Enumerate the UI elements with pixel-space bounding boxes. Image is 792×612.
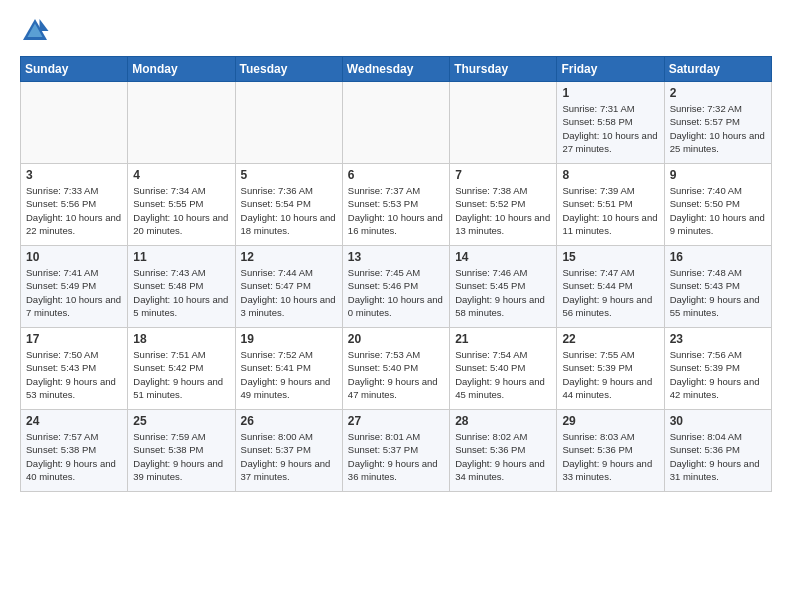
day-info: Sunrise: 7:45 AM Sunset: 5:46 PM Dayligh… — [348, 266, 444, 319]
day-info: Sunrise: 8:01 AM Sunset: 5:37 PM Dayligh… — [348, 430, 444, 483]
day-info: Sunrise: 8:04 AM Sunset: 5:36 PM Dayligh… — [670, 430, 766, 483]
weekday-header-thursday: Thursday — [450, 57, 557, 82]
day-number: 3 — [26, 168, 122, 182]
day-info: Sunrise: 7:40 AM Sunset: 5:50 PM Dayligh… — [670, 184, 766, 237]
day-info: Sunrise: 7:54 AM Sunset: 5:40 PM Dayligh… — [455, 348, 551, 401]
header — [20, 16, 772, 46]
day-info: Sunrise: 7:57 AM Sunset: 5:38 PM Dayligh… — [26, 430, 122, 483]
day-number: 16 — [670, 250, 766, 264]
calendar-cell — [342, 82, 449, 164]
calendar-cell: 18Sunrise: 7:51 AM Sunset: 5:42 PM Dayli… — [128, 328, 235, 410]
day-number: 25 — [133, 414, 229, 428]
day-info: Sunrise: 7:55 AM Sunset: 5:39 PM Dayligh… — [562, 348, 658, 401]
day-info: Sunrise: 7:37 AM Sunset: 5:53 PM Dayligh… — [348, 184, 444, 237]
day-info: Sunrise: 7:38 AM Sunset: 5:52 PM Dayligh… — [455, 184, 551, 237]
day-number: 10 — [26, 250, 122, 264]
day-number: 17 — [26, 332, 122, 346]
day-number: 30 — [670, 414, 766, 428]
day-info: Sunrise: 7:33 AM Sunset: 5:56 PM Dayligh… — [26, 184, 122, 237]
day-number: 18 — [133, 332, 229, 346]
svg-marker-2 — [40, 19, 49, 31]
calendar-cell: 4Sunrise: 7:34 AM Sunset: 5:55 PM Daylig… — [128, 164, 235, 246]
day-number: 5 — [241, 168, 337, 182]
day-info: Sunrise: 7:56 AM Sunset: 5:39 PM Dayligh… — [670, 348, 766, 401]
day-number: 11 — [133, 250, 229, 264]
calendar-cell: 12Sunrise: 7:44 AM Sunset: 5:47 PM Dayli… — [235, 246, 342, 328]
calendar-cell: 22Sunrise: 7:55 AM Sunset: 5:39 PM Dayli… — [557, 328, 664, 410]
calendar-cell: 1Sunrise: 7:31 AM Sunset: 5:58 PM Daylig… — [557, 82, 664, 164]
day-number: 27 — [348, 414, 444, 428]
calendar-table: SundayMondayTuesdayWednesdayThursdayFrid… — [20, 56, 772, 492]
day-info: Sunrise: 7:34 AM Sunset: 5:55 PM Dayligh… — [133, 184, 229, 237]
day-info: Sunrise: 7:46 AM Sunset: 5:45 PM Dayligh… — [455, 266, 551, 319]
calendar-cell: 19Sunrise: 7:52 AM Sunset: 5:41 PM Dayli… — [235, 328, 342, 410]
day-number: 15 — [562, 250, 658, 264]
day-number: 6 — [348, 168, 444, 182]
weekday-header-monday: Monday — [128, 57, 235, 82]
day-number: 29 — [562, 414, 658, 428]
weekday-header-tuesday: Tuesday — [235, 57, 342, 82]
logo — [20, 16, 54, 46]
day-info: Sunrise: 8:00 AM Sunset: 5:37 PM Dayligh… — [241, 430, 337, 483]
calendar-cell: 16Sunrise: 7:48 AM Sunset: 5:43 PM Dayli… — [664, 246, 771, 328]
day-info: Sunrise: 7:32 AM Sunset: 5:57 PM Dayligh… — [670, 102, 766, 155]
calendar-cell: 23Sunrise: 7:56 AM Sunset: 5:39 PM Dayli… — [664, 328, 771, 410]
calendar-cell: 27Sunrise: 8:01 AM Sunset: 5:37 PM Dayli… — [342, 410, 449, 492]
day-number: 2 — [670, 86, 766, 100]
weekday-header-sunday: Sunday — [21, 57, 128, 82]
week-row-0: 1Sunrise: 7:31 AM Sunset: 5:58 PM Daylig… — [21, 82, 772, 164]
day-info: Sunrise: 7:47 AM Sunset: 5:44 PM Dayligh… — [562, 266, 658, 319]
calendar-cell — [128, 82, 235, 164]
day-number: 23 — [670, 332, 766, 346]
calendar-cell: 13Sunrise: 7:45 AM Sunset: 5:46 PM Dayli… — [342, 246, 449, 328]
weekday-header-saturday: Saturday — [664, 57, 771, 82]
day-info: Sunrise: 7:59 AM Sunset: 5:38 PM Dayligh… — [133, 430, 229, 483]
calendar-cell: 25Sunrise: 7:59 AM Sunset: 5:38 PM Dayli… — [128, 410, 235, 492]
calendar-cell — [21, 82, 128, 164]
page: SundayMondayTuesdayWednesdayThursdayFrid… — [0, 0, 792, 502]
calendar-cell: 3Sunrise: 7:33 AM Sunset: 5:56 PM Daylig… — [21, 164, 128, 246]
day-number: 14 — [455, 250, 551, 264]
calendar-cell: 8Sunrise: 7:39 AM Sunset: 5:51 PM Daylig… — [557, 164, 664, 246]
calendar-cell: 5Sunrise: 7:36 AM Sunset: 5:54 PM Daylig… — [235, 164, 342, 246]
day-info: Sunrise: 7:50 AM Sunset: 5:43 PM Dayligh… — [26, 348, 122, 401]
calendar-cell: 10Sunrise: 7:41 AM Sunset: 5:49 PM Dayli… — [21, 246, 128, 328]
day-number: 24 — [26, 414, 122, 428]
day-info: Sunrise: 7:43 AM Sunset: 5:48 PM Dayligh… — [133, 266, 229, 319]
calendar-cell: 26Sunrise: 8:00 AM Sunset: 5:37 PM Dayli… — [235, 410, 342, 492]
day-info: Sunrise: 7:31 AM Sunset: 5:58 PM Dayligh… — [562, 102, 658, 155]
day-number: 26 — [241, 414, 337, 428]
weekday-header-friday: Friday — [557, 57, 664, 82]
day-number: 13 — [348, 250, 444, 264]
day-info: Sunrise: 7:39 AM Sunset: 5:51 PM Dayligh… — [562, 184, 658, 237]
day-number: 8 — [562, 168, 658, 182]
day-info: Sunrise: 7:48 AM Sunset: 5:43 PM Dayligh… — [670, 266, 766, 319]
calendar-cell: 11Sunrise: 7:43 AM Sunset: 5:48 PM Dayli… — [128, 246, 235, 328]
calendar-cell: 28Sunrise: 8:02 AM Sunset: 5:36 PM Dayli… — [450, 410, 557, 492]
day-number: 22 — [562, 332, 658, 346]
calendar-cell: 17Sunrise: 7:50 AM Sunset: 5:43 PM Dayli… — [21, 328, 128, 410]
day-number: 7 — [455, 168, 551, 182]
weekday-header-row: SundayMondayTuesdayWednesdayThursdayFrid… — [21, 57, 772, 82]
day-number: 21 — [455, 332, 551, 346]
calendar-cell — [450, 82, 557, 164]
calendar-cell: 29Sunrise: 8:03 AM Sunset: 5:36 PM Dayli… — [557, 410, 664, 492]
calendar-cell: 2Sunrise: 7:32 AM Sunset: 5:57 PM Daylig… — [664, 82, 771, 164]
day-number: 19 — [241, 332, 337, 346]
day-number: 20 — [348, 332, 444, 346]
day-info: Sunrise: 8:02 AM Sunset: 5:36 PM Dayligh… — [455, 430, 551, 483]
week-row-2: 10Sunrise: 7:41 AM Sunset: 5:49 PM Dayli… — [21, 246, 772, 328]
calendar-cell — [235, 82, 342, 164]
calendar-cell: 21Sunrise: 7:54 AM Sunset: 5:40 PM Dayli… — [450, 328, 557, 410]
logo-icon — [20, 16, 50, 46]
day-info: Sunrise: 7:53 AM Sunset: 5:40 PM Dayligh… — [348, 348, 444, 401]
calendar-cell: 6Sunrise: 7:37 AM Sunset: 5:53 PM Daylig… — [342, 164, 449, 246]
week-row-4: 24Sunrise: 7:57 AM Sunset: 5:38 PM Dayli… — [21, 410, 772, 492]
week-row-1: 3Sunrise: 7:33 AM Sunset: 5:56 PM Daylig… — [21, 164, 772, 246]
calendar-cell: 9Sunrise: 7:40 AM Sunset: 5:50 PM Daylig… — [664, 164, 771, 246]
day-number: 9 — [670, 168, 766, 182]
day-info: Sunrise: 8:03 AM Sunset: 5:36 PM Dayligh… — [562, 430, 658, 483]
day-info: Sunrise: 7:44 AM Sunset: 5:47 PM Dayligh… — [241, 266, 337, 319]
day-info: Sunrise: 7:52 AM Sunset: 5:41 PM Dayligh… — [241, 348, 337, 401]
day-info: Sunrise: 7:51 AM Sunset: 5:42 PM Dayligh… — [133, 348, 229, 401]
